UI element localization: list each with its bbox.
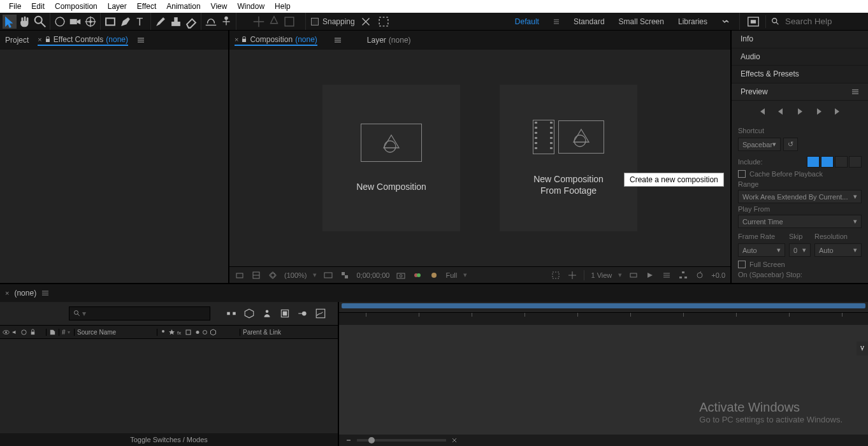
motion-blur-icon[interactable] bbox=[297, 308, 308, 319]
range-dropdown[interactable]: Work Area Extended By Current...▾ bbox=[738, 190, 862, 203]
snapshot-icon[interactable] bbox=[396, 270, 406, 280]
orbit-tool-icon[interactable] bbox=[53, 15, 67, 29]
timeline-tab-none[interactable]: (none) bbox=[14, 289, 36, 298]
home-icon[interactable] bbox=[746, 15, 760, 29]
panel-menu-icon[interactable] bbox=[41, 290, 49, 296]
type-tool-icon[interactable]: T bbox=[134, 15, 148, 29]
panel-info[interactable]: Info bbox=[732, 31, 868, 48]
playfrom-dropdown[interactable]: Current Time▾ bbox=[738, 215, 862, 228]
panel-menu-icon[interactable] bbox=[851, 89, 859, 95]
side-collapse-tab[interactable] bbox=[857, 342, 868, 356]
panel-audio[interactable]: Audio bbox=[732, 48, 868, 66]
workspace-overflow-icon[interactable] bbox=[721, 18, 730, 25]
fast-preview-icon[interactable] bbox=[645, 270, 655, 280]
magnification-icon[interactable] bbox=[235, 270, 245, 280]
rectangle-tool-icon[interactable] bbox=[103, 15, 117, 29]
clone-tool-icon[interactable] bbox=[169, 15, 183, 29]
search-help-input[interactable] bbox=[785, 17, 862, 26]
col-source-name[interactable]: Source Name bbox=[77, 329, 116, 336]
zoom-tool-icon[interactable] bbox=[33, 15, 47, 29]
panel-menu-icon[interactable] bbox=[334, 37, 342, 43]
hand-tool-icon[interactable] bbox=[18, 15, 32, 29]
zoom-slider[interactable] bbox=[357, 439, 446, 442]
exposure-value[interactable]: +0.0 bbox=[711, 271, 725, 279]
close-icon[interactable]: × bbox=[38, 36, 41, 43]
panel-effects-presets[interactable]: Effects & Presets bbox=[732, 66, 868, 83]
axis-local-icon[interactable] bbox=[252, 15, 266, 29]
lock-icon[interactable] bbox=[241, 36, 247, 43]
zoom-in-icon[interactable] bbox=[451, 437, 458, 443]
timeline-icon[interactable] bbox=[662, 270, 672, 280]
new-composition-from-footage-card[interactable]: New CompositionFrom Footage bbox=[500, 85, 637, 231]
lock-icon[interactable] bbox=[29, 329, 36, 336]
draft3d-icon[interactable] bbox=[243, 308, 255, 319]
zoom-value[interactable]: (100%) bbox=[284, 271, 307, 279]
effects-col-icon[interactable]: fx bbox=[177, 329, 184, 336]
lock-icon[interactable] bbox=[45, 36, 51, 43]
frame-blend-icon[interactable] bbox=[279, 308, 291, 319]
pixel-aspect-icon[interactable] bbox=[628, 270, 639, 280]
comp-mini-flowchart-icon[interactable] bbox=[226, 308, 237, 319]
view-layout[interactable]: 1 View bbox=[591, 271, 612, 279]
pen-tool-icon[interactable] bbox=[119, 15, 133, 29]
color-icon[interactable] bbox=[429, 270, 439, 280]
tab-layer[interactable]: Layer (none) bbox=[367, 36, 411, 45]
zoom-out-icon[interactable] bbox=[345, 437, 352, 443]
snap-bounds-icon[interactable] bbox=[377, 15, 391, 29]
next-frame-icon[interactable] bbox=[814, 107, 823, 116]
eye-icon[interactable] bbox=[3, 329, 10, 336]
tab-composition[interactable]: × Composition (none) bbox=[235, 35, 317, 46]
menu-layer[interactable]: Layer bbox=[103, 2, 132, 11]
close-icon[interactable]: × bbox=[5, 289, 9, 297]
workspace-libraries[interactable]: Libraries bbox=[678, 17, 707, 26]
menu-file[interactable]: File bbox=[4, 2, 26, 11]
eraser-tool-icon[interactable] bbox=[184, 15, 198, 29]
graph-editor-icon[interactable] bbox=[315, 308, 326, 319]
selection-tool-icon[interactable] bbox=[3, 15, 17, 29]
close-icon[interactable]: × bbox=[235, 36, 238, 43]
time-ruler[interactable] bbox=[339, 302, 868, 325]
toggle-switches-button[interactable]: Toggle Switches / Modes bbox=[0, 433, 338, 446]
guides-icon[interactable] bbox=[567, 270, 577, 280]
skip-dropdown[interactable]: 0▾ bbox=[789, 243, 811, 257]
solo-icon[interactable] bbox=[20, 329, 27, 336]
last-frame-icon[interactable] bbox=[834, 107, 843, 116]
label-icon[interactable] bbox=[49, 329, 56, 336]
3d-col-icon[interactable] bbox=[210, 329, 217, 336]
puppet-tool-icon[interactable] bbox=[219, 15, 233, 29]
transparency-icon[interactable] bbox=[340, 270, 350, 280]
axis-view-icon[interactable] bbox=[282, 15, 296, 29]
camera-tool-icon[interactable] bbox=[68, 15, 82, 29]
workspace-standard[interactable]: Standard bbox=[574, 17, 605, 26]
snapping-checkbox[interactable] bbox=[311, 18, 319, 25]
menu-edit[interactable]: Edit bbox=[26, 2, 50, 11]
speaker-icon[interactable] bbox=[11, 329, 18, 336]
resolution-icon[interactable] bbox=[323, 270, 333, 280]
workspace-default[interactable]: Default bbox=[515, 17, 539, 26]
prev-frame-icon[interactable] bbox=[776, 107, 785, 116]
work-area-bar[interactable] bbox=[342, 303, 865, 308]
roi-icon[interactable] bbox=[551, 270, 561, 280]
axis-world-icon[interactable] bbox=[267, 15, 281, 29]
panel-menu-icon[interactable] bbox=[137, 37, 145, 43]
channel-icon[interactable] bbox=[412, 270, 423, 280]
reset-icon[interactable]: ↺ bbox=[783, 138, 798, 151]
first-frame-icon[interactable] bbox=[757, 107, 766, 116]
workspace-small-screen[interactable]: Small Screen bbox=[619, 17, 664, 26]
timecode[interactable]: 0;00;00;00 bbox=[356, 271, 389, 279]
tab-project[interactable]: Project bbox=[5, 36, 29, 45]
mask-icon[interactable] bbox=[268, 270, 278, 280]
include-overlays-icon[interactable] bbox=[835, 156, 848, 168]
panel-preview[interactable]: Preview bbox=[732, 83, 868, 101]
menu-icon[interactable] bbox=[553, 18, 560, 25]
resolution-value[interactable]: Full bbox=[445, 271, 457, 279]
timeline-canvas[interactable]: Activate Windows Go to PC settings to ac… bbox=[339, 325, 868, 435]
reset-exposure-icon[interactable] bbox=[695, 270, 705, 280]
roto-tool-icon[interactable] bbox=[204, 15, 218, 29]
timeline-search[interactable]: ▾ bbox=[69, 306, 210, 320]
shy-col-icon[interactable] bbox=[160, 329, 167, 336]
col-parent-link[interactable]: Parent & Link bbox=[243, 329, 281, 336]
adjustment-col-icon[interactable] bbox=[201, 329, 208, 336]
motion-blur-col-icon[interactable] bbox=[193, 329, 200, 336]
tab-effect-controls[interactable]: × Effect Controls (none) bbox=[38, 35, 128, 46]
